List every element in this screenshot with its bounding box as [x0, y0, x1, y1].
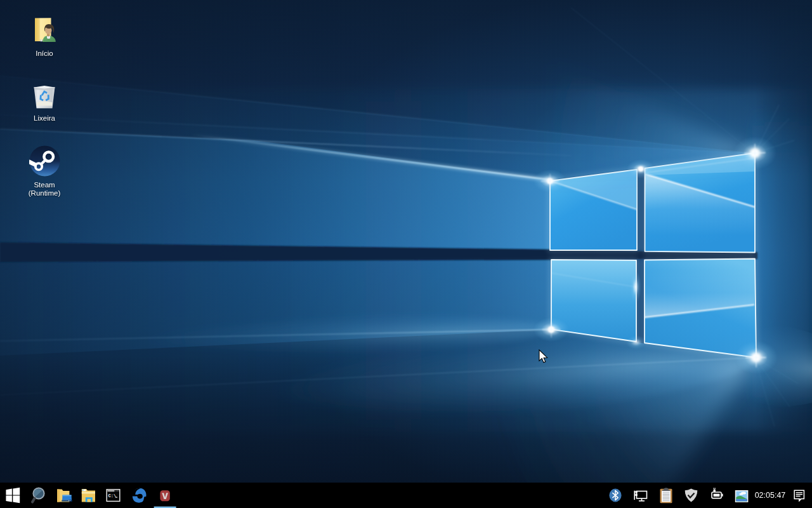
- svg-text:C:\: C:\: [108, 493, 117, 498]
